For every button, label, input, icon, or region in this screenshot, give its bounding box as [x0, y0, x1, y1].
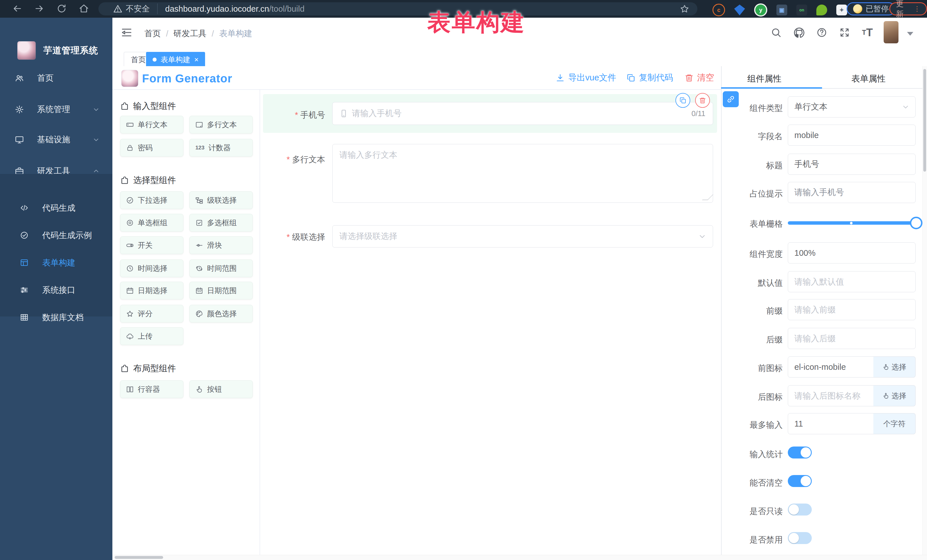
horizontal-scrollbar[interactable]	[112, 555, 927, 560]
palette-item-time-picker[interactable]: 时间选择	[120, 260, 183, 277]
placeholder-input[interactable]	[788, 182, 916, 203]
horizontal-scrollbar-thumb[interactable]	[115, 556, 163, 559]
palette-item-upload[interactable]: 上传	[120, 327, 183, 345]
checkbox-icon	[195, 219, 203, 227]
max-input[interactable]	[788, 413, 874, 434]
component-type-select[interactable]: 单行文本	[788, 96, 916, 117]
palette-item-switch[interactable]: 开关	[120, 237, 183, 254]
prefix-input[interactable]	[788, 299, 916, 320]
sidebar-item-system-api[interactable]: 系统接口	[0, 276, 112, 304]
palette-item-rate[interactable]: 评分	[120, 305, 183, 322]
avatar[interactable]	[884, 21, 898, 43]
extension-icon[interactable]: on	[796, 5, 807, 15]
clear-button[interactable]: 清空	[685, 72, 714, 83]
palette-item-slider[interactable]: 滑块	[189, 237, 253, 254]
tab-component-props[interactable]: 组件属性	[747, 73, 781, 85]
breadcrumb-home[interactable]: 首页	[144, 28, 161, 39]
address-bar[interactable]: 不安全 dashboard.yudao.iocoder.cn/tool/buil…	[99, 2, 698, 15]
suffix-input[interactable]	[788, 328, 916, 349]
sidebar-item-home[interactable]: 首页	[0, 64, 112, 93]
browser-forward-icon[interactable]	[34, 3, 44, 14]
browser-home-icon[interactable]	[79, 3, 89, 14]
sidebar-item-codegen-demo[interactable]: 代码生成示例	[0, 222, 112, 249]
suffix-icon-choose-button[interactable]: 选择	[873, 385, 916, 406]
extensions-puzzle-icon[interactable]: ✦	[836, 5, 847, 15]
palette-item-date-range[interactable]: 日期范围	[189, 282, 253, 299]
toggle-input-stats[interactable]	[788, 446, 812, 458]
page: 不安全 dashboard.yudao.iocoder.cn/tool/buil…	[0, 0, 927, 560]
required-mark: *	[295, 110, 298, 120]
tag-form-builder-active[interactable]: 表单构建 ×	[146, 52, 205, 67]
chevron-down-icon[interactable]	[907, 32, 913, 36]
extension-icon[interactable]	[734, 5, 745, 15]
switch-knob	[789, 504, 799, 514]
palette-item-single-line-text[interactable]: 单行文本	[120, 116, 183, 134]
paused-extension-badge[interactable]: 已暂停	[846, 2, 895, 15]
default-value-input[interactable]	[788, 271, 916, 292]
tab-form-props[interactable]: 表单属性	[851, 73, 886, 85]
slider-handle[interactable]	[910, 217, 922, 229]
palette-item-radio-group[interactable]: 单选框组	[120, 214, 183, 232]
sidebar-item-infra[interactable]: 基础设施	[0, 126, 112, 154]
palette-item-counter[interactable]: 123计数器	[189, 139, 253, 156]
export-vue-button[interactable]: 导出vue文件	[556, 72, 616, 83]
fullscreen-icon[interactable]	[839, 27, 850, 38]
delete-component-button[interactable]	[695, 93, 710, 108]
browser-back-icon[interactable]	[12, 3, 22, 14]
cascader-select[interactable]: 请选择级联选择	[332, 225, 713, 247]
export-vue-label: 导出vue文件	[568, 72, 616, 83]
breadcrumb-devtools[interactable]: 研发工具	[173, 28, 207, 39]
font-size-icon[interactable]: TT	[862, 27, 873, 38]
palette-item-checkbox-group[interactable]: 多选框组	[189, 214, 253, 232]
hamburger-icon[interactable]	[121, 27, 132, 38]
kebab-menu-icon[interactable]: ⋮	[913, 5, 921, 13]
extension-icon[interactable]: ▣	[777, 5, 787, 15]
title-input[interactable]	[788, 154, 916, 175]
extension-icon[interactable]: c	[713, 4, 725, 16]
palette-item-color-picker[interactable]: 颜色选择	[189, 305, 253, 322]
mobile-input[interactable]: 请输入手机号 0/11	[332, 102, 713, 125]
github-icon[interactable]	[793, 27, 804, 38]
form-grid-slider[interactable]	[788, 221, 919, 225]
prefix-icon-choose-button[interactable]: 选择	[873, 357, 916, 378]
toggle-disabled[interactable]	[788, 532, 812, 544]
toggle-readonly[interactable]	[788, 504, 812, 516]
palette-item-multi-line-text[interactable]: 多行文本	[189, 116, 253, 134]
close-icon[interactable]: ×	[194, 55, 199, 64]
component-width-input[interactable]	[788, 242, 916, 264]
sidebar-logo-row[interactable]: 芋道管理系统	[0, 41, 112, 60]
prefix-icon-input[interactable]	[788, 357, 874, 378]
update-label: 更新	[896, 0, 910, 19]
url-path: /tool/build	[269, 4, 304, 14]
palette-item-button[interactable]: 按钮	[189, 380, 253, 398]
textarea-input[interactable]: 请输入多行文本	[332, 144, 713, 203]
vertical-scrollbar-thumb[interactable]	[923, 69, 926, 171]
field-name-input[interactable]	[788, 124, 916, 146]
browser-reload-icon[interactable]	[56, 3, 67, 14]
link-drag-handle[interactable]	[723, 91, 739, 107]
extension-icon[interactable]	[816, 5, 827, 15]
search-icon[interactable]	[771, 27, 781, 38]
palette-item-cascader[interactable]: 级联选择	[189, 191, 253, 209]
extension-icon[interactable]: y	[754, 3, 767, 17]
sidebar-item-db-doc[interactable]: 数据库文档	[0, 304, 112, 331]
breadcrumb-separator: /	[166, 29, 168, 38]
update-button[interactable]: 更新 ⋮	[889, 2, 927, 15]
toggle-clearable[interactable]	[788, 475, 812, 487]
security-label[interactable]: 不安全	[126, 3, 150, 14]
radio-icon	[126, 219, 134, 227]
suffix-icon-input[interactable]	[788, 385, 874, 406]
copy-code-button[interactable]: 复制代码	[626, 72, 673, 83]
palette-item-password[interactable]: 密码	[120, 139, 183, 156]
palette-item-date-picker[interactable]: 日期选择	[120, 282, 183, 299]
palette-item-time-range[interactable]: 时间范围	[189, 260, 253, 277]
chevron-down-icon	[93, 136, 100, 143]
duplicate-component-button[interactable]	[675, 93, 690, 108]
palette-item-select[interactable]: 下拉选择	[120, 191, 183, 209]
sidebar-item-codegen[interactable]: 代码生成	[0, 194, 112, 222]
sidebar-item-form-builder[interactable]: 表单构建	[0, 249, 112, 276]
bookmark-star-icon[interactable]	[680, 4, 689, 14]
sidebar-item-system[interactable]: 系统管理	[0, 95, 112, 124]
help-icon[interactable]	[816, 27, 827, 38]
palette-item-row-container[interactable]: 行容器	[120, 380, 183, 398]
